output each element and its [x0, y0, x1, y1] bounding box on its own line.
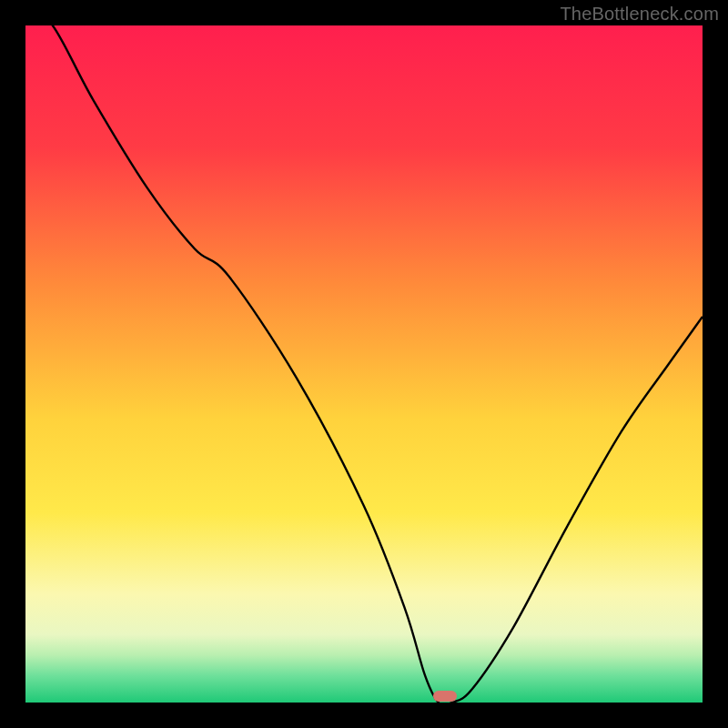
curve-path	[25, 25, 703, 703]
sweet-spot-marker	[433, 691, 457, 702]
plot-area	[25, 25, 703, 703]
watermark-text: TheBottleneck.com	[560, 4, 719, 25]
chart-stage: TheBottleneck.com	[0, 0, 728, 728]
bottleneck-curve	[25, 25, 703, 703]
